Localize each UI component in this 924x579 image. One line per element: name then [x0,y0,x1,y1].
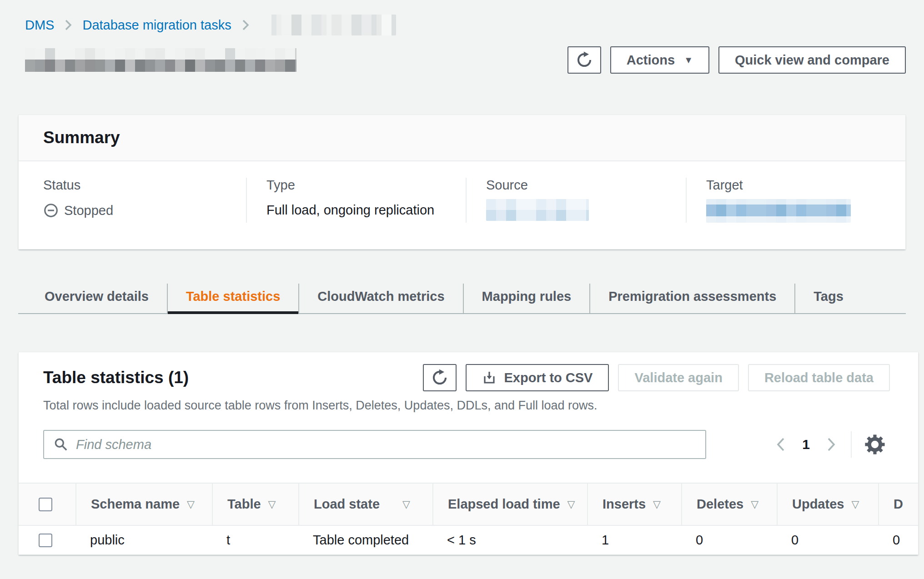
column-header-schema-name[interactable]: Schema name [91,497,180,512]
reload-table-data-button[interactable]: Reload table data [748,364,890,391]
column-header-load-state[interactable]: Load state [314,497,380,512]
cell-updates: 0 [791,533,798,548]
column-header-inserts[interactable]: Inserts [603,497,646,512]
table-statistics-title: Table statistics (1) [43,368,189,387]
type-label: Type [266,178,466,193]
table-row: public t Table completed < 1 s 1 0 0 0 [19,526,919,554]
actions-button[interactable]: Actions ▼ [610,46,709,74]
tab-table-statistics[interactable]: Table statistics [167,284,298,313]
summary-field-source: Source [466,178,686,223]
tab-overview-details[interactable]: Overview details [26,284,167,313]
summary-title: Summary [43,128,881,147]
refresh-icon [576,51,593,69]
tab-premigration-assessments[interactable]: Premigration assessments [589,284,794,313]
cell-ddls: 0 [893,533,900,548]
chevron-right-icon [241,18,250,32]
search-input[interactable] [76,437,696,452]
tab-mapping-rules[interactable]: Mapping rules [463,284,590,313]
actions-button-label: Actions [627,53,675,68]
type-value: Full load, ongoing replication [266,203,434,218]
cell-inserts: 1 [602,533,609,548]
refresh-icon [431,369,448,386]
previous-page-button[interactable] [775,436,787,453]
reload-table-data-label: Reload table data [764,370,874,385]
summary-field-status: Status Stopped [19,178,246,223]
pager-divider [851,431,852,458]
breadcrumb-link-tasks[interactable]: Database migration tasks [82,18,231,33]
export-csv-button[interactable]: Export to CSV [466,364,609,391]
source-label: Source [486,178,686,193]
select-all-checkbox[interactable] [39,498,52,511]
cell-table: t [226,533,230,548]
table-count-badge: (1) [168,368,189,387]
breadcrumb: DMS Database migration tasks [0,0,924,36]
cell-elapsed-load-time: < 1 s [447,533,476,548]
column-header-ddls-clipped[interactable]: D [894,497,903,512]
table-settings-button[interactable] [864,434,885,455]
validate-again-label: Validate again [634,370,722,385]
sort-icon[interactable]: ▽ [751,499,758,510]
current-page-number[interactable]: 1 [802,437,810,452]
table-header-row: Schema name▽ Table▽ Load state▽ Elapsed … [19,483,919,526]
row-checkbox[interactable] [39,534,52,547]
summary-field-target: Target [686,178,905,223]
cell-schema-name: public [90,533,125,548]
chevron-right-icon [825,436,837,453]
quick-view-label: Quick view and compare [735,53,889,68]
tab-tags[interactable]: Tags [794,284,862,313]
chevron-left-icon [775,436,787,453]
export-csv-label: Export to CSV [504,370,593,385]
redacted-page-title [25,48,296,72]
sort-icon[interactable]: ▽ [653,499,661,510]
status-label: Status [43,178,246,193]
page-header: Actions ▼ Quick view and compare [25,46,906,74]
sort-icon[interactable]: ▽ [851,499,859,510]
sort-icon[interactable]: ▽ [567,499,575,510]
summary-field-type: Type Full load, ongoing replication [246,178,466,223]
quick-view-compare-button[interactable]: Quick view and compare [718,46,906,74]
tab-cloudwatch-metrics[interactable]: CloudWatch metrics [298,284,462,313]
table-refresh-button[interactable] [423,364,457,391]
schema-search [43,430,706,459]
cell-deletes: 0 [696,533,703,548]
sort-icon[interactable]: ▽ [402,499,410,510]
column-header-updates[interactable]: Updates [792,497,844,512]
next-page-button[interactable] [825,436,837,453]
stopped-status-icon [43,203,59,218]
table-statistics-description: Total rows include loaded source table r… [19,399,918,413]
column-header-elapsed-load-time[interactable]: Elapsed load time [448,497,560,512]
table-statistics-table: Schema name▽ Table▽ Load state▽ Elapsed … [19,483,919,554]
redacted-breadcrumb-task-name [261,15,396,35]
status-value: Stopped [64,203,113,218]
refresh-button[interactable] [567,46,601,74]
column-header-table[interactable]: Table [227,497,261,512]
sort-icon[interactable]: ▽ [187,499,195,510]
target-label: Target [706,178,905,193]
summary-panel: Summary Status Stopped Type Full load, o… [18,115,906,250]
sort-icon[interactable]: ▽ [268,499,276,510]
tab-bar: Overview details Table statistics CloudW… [18,284,906,314]
pagination: 1 [775,431,885,458]
search-icon [53,437,69,452]
breadcrumb-link-dms[interactable]: DMS [25,18,54,33]
caret-down-icon: ▼ [684,55,693,65]
table-statistics-panel: Table statistics (1) Export to CSV [18,352,919,555]
gear-icon [864,434,885,455]
chevron-right-icon [64,18,72,32]
redacted-source-endpoint [486,199,589,221]
redacted-target-endpoint [706,199,851,223]
validate-again-button[interactable]: Validate again [618,364,738,391]
cell-load-state: Table completed [313,533,409,548]
download-icon [482,370,497,385]
column-header-deletes[interactable]: Deletes [697,497,743,512]
